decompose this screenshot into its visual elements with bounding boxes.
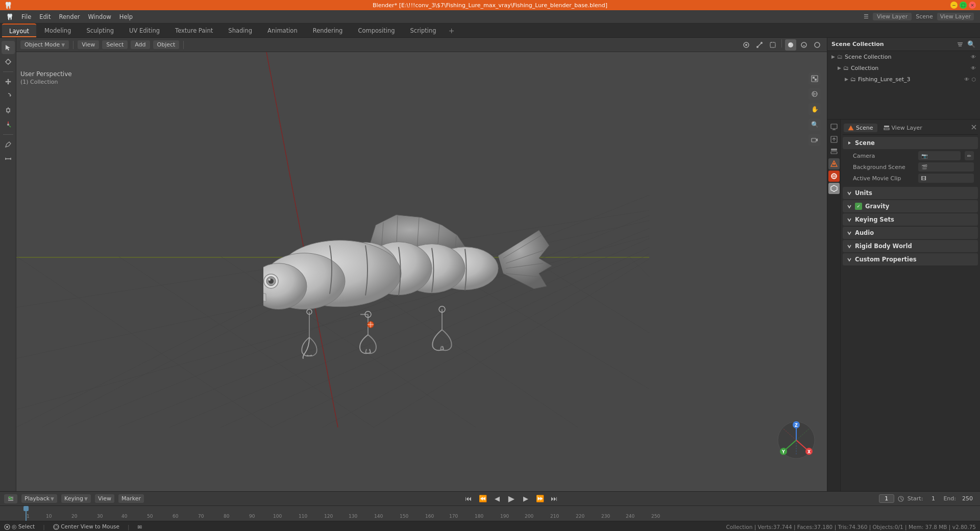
prev-frame-btn[interactable]: ◀ [492, 493, 503, 504]
keying-sets-section-header[interactable]: Keying Sets [843, 213, 978, 226]
audio-section-header[interactable]: Audio [843, 227, 978, 239]
visibility-icon[interactable]: 👁 [971, 54, 976, 60]
prop-close-btn[interactable] [971, 124, 977, 132]
nav-gizmo[interactable]: Z X Y [776, 420, 817, 461]
tab-animation[interactable]: Animation [260, 23, 305, 37]
rotate-tool[interactable] [2, 89, 15, 103]
close-button[interactable]: × [969, 2, 976, 9]
end-frame[interactable]: 250 [959, 495, 976, 502]
menu-window[interactable]: Window [84, 12, 115, 22]
play-btn[interactable]: ▶ [506, 493, 517, 504]
menu-edit[interactable]: Edit [35, 12, 55, 22]
add-workspace-button[interactable]: + [445, 23, 459, 37]
menu-file[interactable]: File [17, 12, 35, 22]
lure-visibility[interactable]: 👁 [964, 77, 969, 82]
object-menu[interactable]: Object [153, 40, 180, 49]
camera-view[interactable] [808, 134, 821, 146]
menu-help[interactable]: Help [115, 12, 137, 22]
next-keyframe-btn[interactable]: ⏩ [534, 493, 546, 504]
camera-edit-btn[interactable]: ✏ [965, 151, 974, 160]
select-tool[interactable] [2, 41, 15, 54]
collection-visibility[interactable]: 👁 [971, 65, 976, 71]
zoom-tool[interactable]: 🔍 [808, 118, 821, 131]
tab-modeling[interactable]: Modeling [37, 23, 78, 37]
cursor-tool[interactable] [2, 55, 15, 68]
toggle-overlays[interactable] [808, 73, 821, 85]
jump-start-btn[interactable]: ⏮ [463, 493, 474, 504]
tab-uv-editing[interactable]: UV Editing [122, 23, 167, 37]
view-menu[interactable]: View [78, 40, 99, 49]
layout-dropdown[interactable]: View Layer [873, 13, 912, 20]
gravity-section-header[interactable]: ✓ Gravity [843, 200, 978, 212]
outliner-search[interactable]: 🔍 [967, 40, 976, 49]
outliner-item-collection[interactable]: ▶ 🗂 Collection 👁 [827, 62, 980, 74]
render-properties-icon[interactable] [828, 122, 840, 133]
rigid-body-world-section-header[interactable]: Rigid Body World [843, 240, 978, 252]
tab-layout[interactable]: Layout [2, 23, 36, 37]
current-frame[interactable]: 1 [879, 494, 894, 503]
xray-toggle[interactable] [767, 39, 778, 51]
lure-restrict[interactable]: ⬡ [971, 77, 976, 82]
tab-compositing[interactable]: Compositing [351, 23, 402, 37]
toggle-scene-world[interactable] [808, 88, 821, 100]
material-shading[interactable] [798, 39, 810, 51]
output-properties-icon[interactable] [828, 134, 840, 145]
end-label: End: [943, 495, 956, 502]
playback-menu[interactable]: Playback ▼ [21, 494, 57, 503]
transform-tool[interactable] [2, 118, 15, 131]
outliner-item-scene-collection[interactable]: ▶ 🗂 Scene Collection 👁 [827, 51, 980, 62]
timeline-controls: Playback ▼ Keying ▼ View Marker ⏮ ⏪ ◀ ▶ … [0, 492, 980, 506]
prev-keyframe-btn[interactable]: ⏪ [477, 493, 488, 504]
viewport-overlay-toggle[interactable] [741, 39, 752, 51]
view-layer-properties-icon[interactable] [828, 146, 840, 157]
tick-50: 50 [147, 514, 153, 519]
menu-render[interactable]: Render [55, 12, 84, 22]
tab-shading[interactable]: Shading [221, 23, 259, 37]
tab-rendering[interactable]: Rendering [306, 23, 350, 37]
scene-tab[interactable]: Scene [844, 124, 877, 132]
world-properties-icon[interactable] [828, 171, 840, 182]
viewport-3d[interactable]: Object Mode ▼ View Select Add Object [16, 38, 827, 491]
pan-tool[interactable]: ✋ [808, 103, 821, 115]
maximize-button[interactable]: □ [960, 2, 967, 9]
add-menu[interactable]: Add [131, 40, 150, 49]
marker-menu[interactable]: Marker [118, 494, 144, 503]
scene-dropdown[interactable]: View Layer [937, 13, 974, 20]
select-menu[interactable]: Select [102, 40, 128, 49]
view-layer-tab[interactable]: View Layer [879, 124, 926, 132]
custom-properties-section-header[interactable]: Custom Properties [843, 253, 978, 266]
timeline-editor-btn[interactable] [4, 494, 17, 503]
active-movie-clip-value[interactable]: 🎞 [918, 174, 974, 183]
next-frame-btn[interactable]: ▶ [520, 493, 531, 504]
menu-blender[interactable]: 🦷 [2, 12, 17, 22]
start-frame[interactable]: 1 [926, 495, 940, 502]
scene-section-header[interactable]: Scene [843, 137, 978, 149]
tick-80: 80 [224, 514, 229, 519]
move-tool[interactable] [2, 75, 15, 88]
gizmo-toggle[interactable] [754, 39, 765, 51]
outliner-item-fishing-lure[interactable]: ▶ 🗂 Fishing_Lure_set_3 👁 ⬡ [827, 74, 980, 85]
mode-selector[interactable]: Object Mode ▼ [20, 40, 69, 49]
measure-tool[interactable] [2, 152, 15, 165]
rendered-shading[interactable] [812, 39, 823, 51]
gravity-checkbox[interactable]: ✓ [855, 203, 862, 210]
tab-scripting[interactable]: Scripting [403, 23, 444, 37]
minimize-button[interactable]: − [950, 2, 958, 9]
outliner-filter[interactable] [955, 40, 965, 49]
keying-menu[interactable]: Keying ▼ [61, 494, 91, 503]
viewport-canvas[interactable]: User Perspective (1) Collection ✋ 🔍 [16, 52, 827, 491]
annotate-tool[interactable] [2, 138, 15, 151]
tab-texture-paint[interactable]: Texture Paint [168, 23, 220, 37]
editor-type-dropdown[interactable]: ☰ [864, 13, 869, 20]
timeline-ruler[interactable]: 1 10 20 30 40 50 60 70 80 90 100 110 120… [0, 506, 980, 521]
solid-shading[interactable] [785, 39, 796, 51]
jump-end-btn[interactable]: ⏭ [549, 493, 560, 504]
units-section-header[interactable]: Units [843, 187, 978, 199]
scale-tool[interactable] [2, 104, 15, 117]
tab-sculpting[interactable]: Sculpting [79, 23, 121, 37]
view-menu-timeline[interactable]: View [95, 494, 114, 503]
background-scene-value[interactable]: 🎬 [918, 162, 974, 172]
camera-value[interactable]: 📷 [918, 151, 961, 160]
scene-properties-icon[interactable] [828, 158, 840, 170]
object-properties-icon[interactable] [828, 183, 840, 194]
